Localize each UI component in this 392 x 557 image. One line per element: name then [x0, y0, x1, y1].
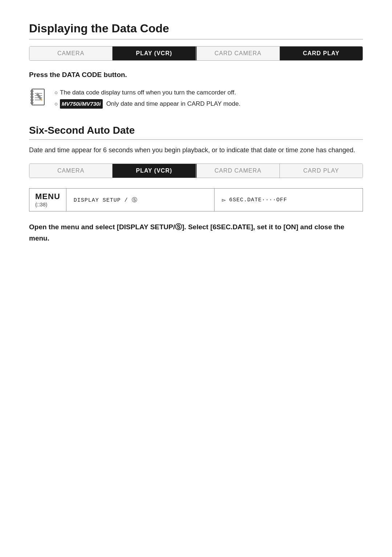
subsection-heading: Press the DATA CODE button.	[29, 71, 363, 79]
mode-camera-top: CAMERA	[29, 47, 113, 60]
note-icon	[29, 88, 48, 108]
section2-title: Six-Second Auto Date	[29, 125, 363, 140]
mode-card-camera-bottom: CARD CAMERA	[197, 164, 280, 178]
mode-play-vcr-bottom: PLAY (VCR)	[113, 164, 196, 178]
note-block: The data code display turns off when you…	[29, 85, 363, 113]
menu-row: MENU (□38) DISPLAY SETUP / Ⓢ ▻ 6SEC.DATE…	[29, 188, 363, 211]
menu-result: ▻ 6SEC.DATE····OFF	[215, 189, 363, 211]
model-badge: MV750i/MV730i	[60, 99, 103, 109]
mode-bar-bottom: CAMERA PLAY (VCR) CARD CAMERA CARD PLAY	[29, 164, 363, 178]
mode-play-vcr-top: PLAY (VCR)	[113, 47, 196, 60]
menu-result-text: 6SEC.DATE····OFF	[229, 197, 287, 203]
section2-body: Date and time appear for 6 seconds when …	[29, 145, 363, 156]
menu-path: DISPLAY SETUP / Ⓢ	[66, 189, 215, 211]
mode-card-play-top: CARD PLAY	[280, 47, 363, 60]
mode-card-camera-top: CARD CAMERA	[197, 47, 280, 60]
menu-ref: (□38)	[35, 202, 47, 207]
note-content: The data code display turns off when you…	[54, 88, 363, 110]
mode-camera-bottom: CAMERA	[29, 164, 113, 178]
menu-label-text: MENU	[35, 192, 60, 201]
note-line-2: MV750i/MV730i Only date and time appear …	[54, 99, 363, 109]
note-line-1: The data code display turns off when you…	[54, 88, 363, 97]
instruction-text: Open the menu and select [DISPLAY SETUP/…	[29, 222, 363, 244]
page-title: Displaying the Data Code	[29, 22, 363, 40]
menu-label-block: MENU (□38)	[29, 189, 66, 211]
arrow-icon: ▻	[222, 196, 226, 204]
mode-card-play-bottom: CARD PLAY	[280, 164, 363, 178]
mode-bar-top: CAMERA PLAY (VCR) CARD CAMERA CARD PLAY	[29, 46, 363, 61]
